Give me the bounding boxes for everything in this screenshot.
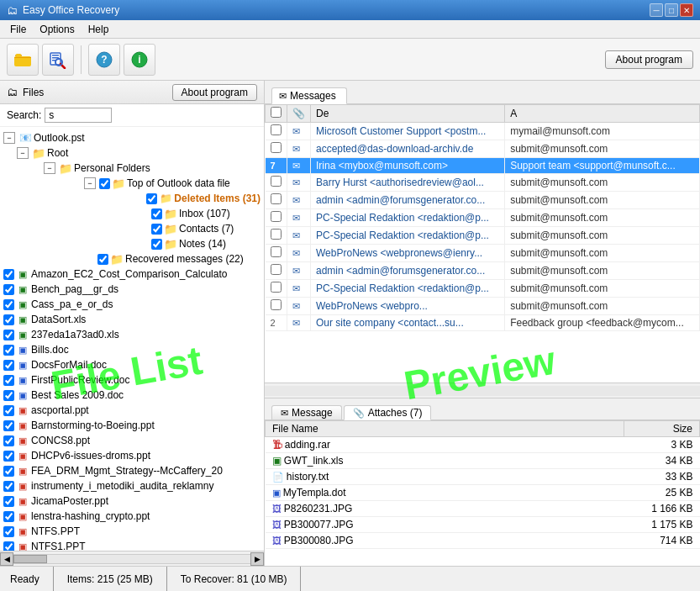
tree-item-root[interactable]: − 📁 Root (17, 145, 261, 161)
select-all-check[interactable] (271, 107, 282, 118)
cb-f1[interactable] (3, 269, 14, 280)
info-button[interactable]: i (124, 44, 155, 76)
checkbox-recovered[interactable] (97, 254, 108, 265)
table-row[interactable]: 📄 history.txt 33 KB (266, 469, 700, 485)
attaches-tab[interactable]: 📎 Attaches (7) (344, 405, 432, 420)
list-item[interactable]: ▣ 237eda1a73ad0.xls (3, 327, 261, 342)
list-item[interactable]: ▣ Bills.doc (3, 342, 261, 357)
menu-help[interactable]: Help (82, 22, 116, 37)
scroll-track[interactable] (13, 554, 250, 564)
list-item[interactable]: ▣ NTFS.PPT (3, 524, 261, 539)
row-check[interactable] (271, 264, 282, 275)
search-input[interactable] (45, 108, 112, 123)
cb-f10[interactable] (3, 405, 14, 416)
tree-item-inbox[interactable]: 📁 Inbox (107) (138, 206, 261, 221)
help-button[interactable]: ? (88, 44, 120, 76)
messages-tab[interactable]: ✉ Messages (271, 87, 347, 104)
list-item[interactable]: ▣ Amazon_EC2_Cost_Comparison_Calculato (3, 266, 261, 282)
row-check[interactable] (271, 282, 282, 293)
list-item[interactable]: ▣ DataSort.xls (3, 312, 261, 327)
table-row[interactable]: ✉ WebProNews <webpro... submit@munsoft.c… (266, 298, 700, 315)
maximize-button[interactable]: □ (665, 3, 678, 17)
table-row[interactable]: ✉ PC-Special Redaktion <redaktion@p... s… (266, 280, 700, 298)
cb-f12[interactable] (3, 435, 14, 446)
row-check[interactable] (271, 124, 282, 135)
cb-f2[interactable] (3, 284, 14, 295)
message-tab[interactable]: ✉ Message (271, 405, 342, 420)
checkbox-top[interactable] (99, 178, 110, 189)
cb-f3[interactable] (3, 299, 14, 310)
tree-item-deleted[interactable]: 📁 Deleted Items (31) (138, 191, 261, 206)
expander-outlook[interactable]: − (3, 132, 15, 144)
messages-scrollbar[interactable] (265, 383, 700, 398)
cb-f9[interactable] (3, 390, 14, 401)
table-row[interactable]: 7 ✉ Irina <mybox@munsoft.com> Support te… (266, 158, 700, 174)
cb-f19[interactable] (3, 541, 14, 551)
attach-table-wrap[interactable]: File Name Size 🗜 adding.rar 3 KB (265, 420, 700, 566)
scroll-right-btn[interactable]: ▶ (250, 552, 264, 566)
list-item[interactable]: ▣ NTFS1.PPT (3, 539, 261, 551)
table-row[interactable]: ✉ PC-Special Redaktion <redaktion@p... s… (266, 209, 700, 227)
cb-f13[interactable] (3, 451, 14, 462)
scroll-left-btn[interactable]: ◀ (0, 552, 13, 566)
row-check[interactable] (271, 299, 282, 310)
cb-f7[interactable] (3, 360, 14, 371)
table-row[interactable]: 2 ✉ Our site company <contact...su... Fe… (266, 315, 700, 331)
table-row[interactable]: 🖼 PB300080.JPG 714 KB (266, 533, 700, 549)
cb-f15[interactable] (3, 481, 14, 492)
about-program-button-2[interactable]: About program (172, 84, 257, 101)
cb-f8[interactable] (3, 375, 14, 386)
cb-f6[interactable] (3, 345, 14, 356)
msg-scroll-track[interactable] (265, 386, 700, 396)
table-row[interactable]: ✉ admin <admin@forumsgenerator.co... sub… (266, 192, 700, 209)
cb-f17[interactable] (3, 511, 14, 522)
minimize-button[interactable]: ─ (650, 3, 663, 17)
table-row[interactable]: ✉ PC-Special Redaktion <redaktion@p... s… (266, 227, 700, 245)
tree-item-top[interactable]: − 📁 Top of Outlook data file (84, 176, 261, 191)
about-program-button[interactable]: About program (605, 50, 693, 69)
list-item[interactable]: ▣ DHCPv6-issues-droms.ppt (3, 448, 261, 463)
checkbox-deleted[interactable] (146, 193, 157, 204)
list-item[interactable]: ▣ FirstPublicReview.doc (3, 372, 261, 388)
table-row[interactable]: 🖼 PB300077.JPG 1 175 KB (266, 517, 700, 533)
tree-item-contacts[interactable]: 📁 Contacts (7) (138, 221, 261, 236)
table-row[interactable]: ✉ admin <admin@forumsgenerator.co... sub… (266, 262, 700, 280)
close-button[interactable]: ✕ (680, 3, 693, 17)
messages-table-wrap[interactable]: 📎 De A ✉ Microsoft Customer Support <pos… (265, 104, 700, 383)
row-check[interactable] (271, 246, 282, 257)
tree-item-notes[interactable]: 📁 Notes (14) (138, 236, 261, 251)
table-row[interactable]: ✉ Microsoft Customer Support <postm... m… (266, 123, 700, 140)
checkbox-inbox[interactable] (151, 208, 162, 219)
cb-f16[interactable] (3, 496, 14, 507)
cb-f14[interactable] (3, 466, 14, 477)
checkbox-notes[interactable] (151, 239, 162, 250)
cb-f11[interactable] (3, 420, 14, 431)
tree-item-recovered[interactable]: 📁 Recovered messages (22) (84, 251, 261, 266)
expander-top[interactable]: − (84, 177, 96, 189)
scan-button[interactable] (42, 44, 74, 76)
list-item[interactable]: ▣ JicamaPoster.ppt (3, 493, 261, 509)
table-row[interactable]: ▣ GWT_link.xls 34 KB (266, 453, 700, 469)
list-item[interactable]: ▣ lenstra-hashing_crypto.ppt (3, 509, 261, 524)
row-check[interactable] (271, 229, 282, 240)
expander-root[interactable]: − (17, 147, 29, 159)
cb-f18[interactable] (3, 526, 14, 537)
table-row[interactable]: ✉ accepted@das-download-archiv.de submit… (266, 140, 700, 158)
table-row[interactable]: 🗜 adding.rar 3 KB (266, 437, 700, 453)
menu-file[interactable]: File (3, 22, 33, 37)
menu-options[interactable]: Options (33, 22, 81, 37)
list-item[interactable]: ▣ Bench_pag__gr_ds (3, 282, 261, 297)
row-check[interactable] (271, 142, 282, 153)
row-check[interactable] (271, 176, 282, 187)
table-row[interactable]: ✉ Barry Hurst <authorisedreview@aol... s… (266, 174, 700, 192)
list-item[interactable]: ▣ Barnstorming-to-Boeing.ppt (3, 418, 261, 433)
list-item[interactable]: ▣ FEA_DRM_Mgmt_Strategy--McCaffery_20 (3, 463, 261, 478)
left-scrollbar[interactable]: ◀ ▶ (0, 551, 264, 566)
cb-f5[interactable] (3, 330, 14, 340)
expander-personal[interactable]: − (44, 162, 55, 174)
tree-item-outlook[interactable]: − 📧 Outlook.pst (3, 130, 261, 145)
tree-item-personal[interactable]: − 📁 Personal Folders (44, 161, 261, 176)
title-bar-controls[interactable]: ─ □ ✕ (650, 3, 693, 17)
list-item[interactable]: ▣ Cass_pa_e_or_ds (3, 297, 261, 312)
list-item[interactable]: ▣ ascportal.ppt (3, 403, 261, 418)
